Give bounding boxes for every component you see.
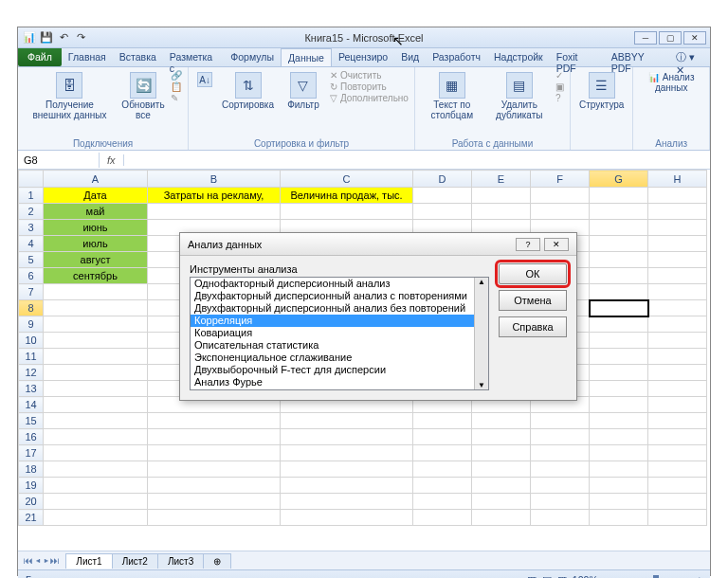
column-header-C[interactable]: C xyxy=(281,171,413,188)
minimize-button[interactable]: ─ xyxy=(634,31,657,45)
tab-abbyy[interactable]: ABBYY PDF xyxy=(605,48,670,66)
sheet-tab[interactable]: Лист1 xyxy=(65,553,112,569)
list-item[interactable]: Двухфакторный дисперсионный анализ с пов… xyxy=(191,290,488,302)
data-analysis-button[interactable]: 📊 Анализ данных xyxy=(639,70,703,95)
consolidate-icon[interactable]: ▣ xyxy=(555,81,564,92)
help-button[interactable]: Справка xyxy=(499,316,567,337)
list-item[interactable]: Описательная статистика xyxy=(191,339,488,352)
column-header-A[interactable]: A xyxy=(44,171,148,188)
zoom-level[interactable]: 100% xyxy=(573,574,598,579)
formula-bar[interactable] xyxy=(124,158,710,162)
zoom-out-button[interactable]: − xyxy=(604,574,610,579)
new-sheet-button[interactable]: ⊕ xyxy=(203,553,231,569)
ok-button[interactable]: ОК xyxy=(499,263,567,284)
refresh-all-button[interactable]: 🔄 Обновить все xyxy=(119,70,167,122)
row-header[interactable]: 1 xyxy=(19,188,44,204)
list-item[interactable]: Гистограмма xyxy=(191,388,488,390)
text-to-columns-button[interactable]: ▦ Текст по столбцам xyxy=(421,70,483,122)
window-title: Книга15 - Microsoft Excel xyxy=(304,32,423,44)
sort-asc-icon: A↓ xyxy=(197,72,212,87)
view-break-icon[interactable]: ▧ xyxy=(557,574,567,579)
tab-home[interactable]: Главная xyxy=(62,48,113,66)
select-all-corner[interactable] xyxy=(19,171,44,188)
cancel-button[interactable]: Отмена xyxy=(499,290,567,311)
analysis-tools-listbox[interactable]: Однофакторный дисперсионный анализ Двухф… xyxy=(190,277,489,390)
filter-button[interactable]: ▽ Фильтр xyxy=(281,70,326,112)
dialog-help-icon[interactable]: ? xyxy=(516,238,540,251)
fx-icon[interactable]: fx xyxy=(100,154,124,166)
sheet-tab[interactable]: Лист3 xyxy=(157,553,204,569)
maximize-button[interactable]: ▢ xyxy=(659,31,682,45)
dedup-icon: ▤ xyxy=(506,72,533,99)
advanced-filter-button[interactable]: ▽ Дополнительно xyxy=(330,93,409,103)
tab-addins[interactable]: Надстройк xyxy=(487,48,550,66)
group-data-tools-label: Работа с данными xyxy=(421,138,564,149)
tab-developer[interactable]: Разработч xyxy=(426,48,487,66)
tab-review[interactable]: Рецензиро xyxy=(332,48,394,66)
dialog-title: Анализ данных xyxy=(188,239,262,250)
list-item[interactable]: Экспоненциальное сглаживание xyxy=(191,352,488,364)
close-button[interactable]: ✕ xyxy=(683,31,706,45)
group-sort-filter-label: Сортировка и фильтр xyxy=(194,138,409,149)
undo-icon[interactable]: ↶ xyxy=(56,30,71,45)
view-normal-icon[interactable]: ▦ xyxy=(527,574,537,579)
group-analysis-label: Анализ xyxy=(639,138,703,149)
sheet-nav[interactable]: ⏮ ◀ ▶ ⏭ xyxy=(18,555,65,566)
sort-az-button[interactable]: A↓ xyxy=(194,70,215,89)
list-item[interactable]: Ковариация xyxy=(191,327,488,339)
list-item[interactable]: Анализ Фурье xyxy=(191,376,488,388)
status-ready: Готово xyxy=(26,574,56,579)
funnel-icon: ▽ xyxy=(290,72,317,99)
column-header-H[interactable]: H xyxy=(648,171,707,188)
edit-links-icon[interactable]: ✎ xyxy=(171,93,182,103)
column-header-D[interactable]: D xyxy=(413,171,472,188)
validation-icon[interactable]: ✓ xyxy=(555,70,564,81)
cell[interactable]: Дата xyxy=(44,188,148,204)
tab-view[interactable]: Вид xyxy=(394,48,426,66)
connections-icon[interactable]: 🔗 xyxy=(171,70,182,81)
column-header-E[interactable]: E xyxy=(472,171,531,188)
get-external-data-button[interactable]: 🗄 Получение внешних данных xyxy=(24,70,116,122)
name-box[interactable]: G8 xyxy=(18,153,100,168)
redo-icon[interactable]: ↷ xyxy=(73,30,88,45)
list-item-selected[interactable]: Корреляция xyxy=(191,315,488,327)
dialog-group-label: Инструменты анализа xyxy=(190,263,489,275)
active-cell[interactable] xyxy=(590,300,648,316)
ribbon-help-icon[interactable]: ⓘ ▾ ✕ xyxy=(670,48,710,66)
save-icon[interactable]: 💾 xyxy=(39,30,54,45)
column-header-G[interactable]: G xyxy=(590,171,648,188)
list-item[interactable]: Однофакторный дисперсионный анализ xyxy=(191,278,488,290)
whatif-icon[interactable]: ? xyxy=(555,93,564,103)
properties-icon[interactable]: 📋 xyxy=(171,81,182,92)
database-icon: 🗄 xyxy=(56,72,82,99)
cell[interactable]: Величина продаж, тыс. xyxy=(281,188,413,204)
structure-button[interactable]: ☰ Структура xyxy=(576,70,627,112)
ribbon: 🗄 Получение внешних данных 🔄 Обновить вс… xyxy=(18,67,710,151)
listbox-scrollbar[interactable]: ▲▼ xyxy=(474,278,488,389)
view-layout-icon[interactable]: ▤ xyxy=(542,574,552,579)
tab-foxit[interactable]: Foxit PDF xyxy=(550,48,605,66)
file-tab[interactable]: Файл xyxy=(18,48,62,66)
sort-button[interactable]: ⇅ Сортировка xyxy=(219,70,277,112)
sheet-tab[interactable]: Лист2 xyxy=(112,553,158,569)
column-header-F[interactable]: F xyxy=(531,171,590,188)
excel-icon: 📊 xyxy=(22,30,37,45)
tab-formulas[interactable]: Формулы xyxy=(224,48,281,66)
tab-layout[interactable]: Разметка с xyxy=(163,48,224,66)
refresh-icon: 🔄 xyxy=(130,72,156,99)
zoom-in-button[interactable]: + xyxy=(697,574,702,579)
list-item[interactable]: Двухвыборочный F-тест для дисперсии xyxy=(191,364,488,376)
tab-data[interactable]: Данные xyxy=(281,48,332,66)
dialog-close-icon[interactable]: ✕ xyxy=(544,238,569,251)
ribbon-tabs: Файл Главная Вставка Разметка с Формулы … xyxy=(18,48,710,67)
outline-icon: ☰ xyxy=(589,72,615,99)
column-header-B[interactable]: B xyxy=(148,171,281,188)
group-connections-label: Подключения xyxy=(24,138,182,149)
remove-duplicates-button[interactable]: ▤ Удалить дубликаты xyxy=(487,70,552,122)
list-item[interactable]: Двухфакторный дисперсионный анализ без п… xyxy=(191,302,488,315)
reapply-filter-button[interactable]: ↻ Повторить xyxy=(330,81,409,92)
clear-filter-button[interactable]: ✕ Очистить xyxy=(330,70,409,81)
tab-insert[interactable]: Вставка xyxy=(113,48,163,66)
cell[interactable]: Затраты на рекламу, xyxy=(148,188,281,204)
quick-access-toolbar: 📊 💾 ↶ ↷ xyxy=(22,30,88,45)
